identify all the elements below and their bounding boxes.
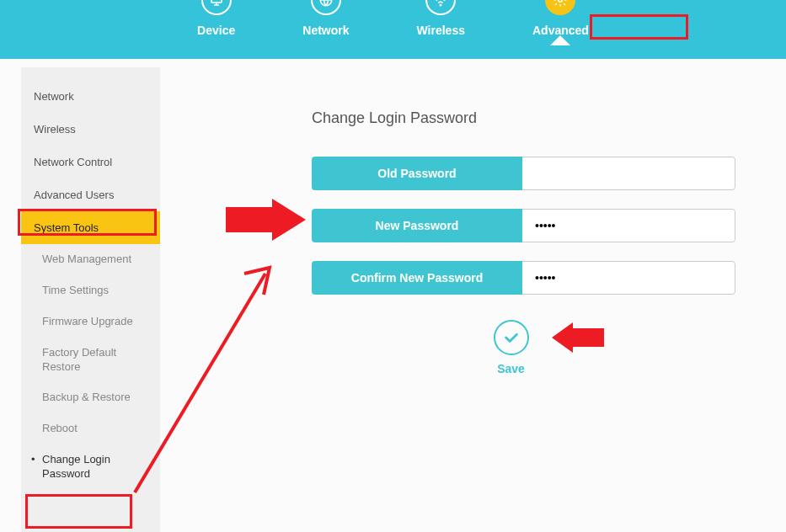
sidebar-sub-change-password[interactable]: Change Login Password	[21, 444, 160, 490]
save-button[interactable]: Save	[494, 320, 529, 375]
device-icon	[201, 0, 232, 15]
sidebar-item-network-control[interactable]: Network Control	[21, 146, 160, 178]
nav-device-label: Device	[197, 24, 235, 37]
sidebar-sub-reboot[interactable]: Reboot	[21, 413, 160, 444]
sidebar-sub-firmware-upgrade[interactable]: Firmware Upgrade	[21, 306, 160, 338]
sidebar-item-network[interactable]: Network	[21, 80, 160, 113]
nav-wireless[interactable]: Wireless	[417, 0, 465, 37]
sidebar-sub-time-settings[interactable]: Time Settings	[21, 275, 160, 306]
sidebar-item-wireless[interactable]: Wireless	[21, 113, 160, 146]
page-title: Change Login Password	[312, 109, 735, 127]
confirm-password-label: Confirm New Password	[312, 261, 522, 295]
old-password-input[interactable]	[522, 157, 735, 190]
sidebar-sub-web-management[interactable]: Web Management	[21, 244, 160, 275]
save-label: Save	[497, 362, 525, 375]
nav-network-label: Network	[302, 24, 349, 37]
nav-network[interactable]: Network	[302, 0, 349, 37]
sidebar: Network Wireless Network Control Advance…	[21, 67, 160, 532]
save-wrap: Save	[286, 320, 735, 375]
wireless-icon	[425, 0, 456, 15]
network-icon	[311, 0, 341, 15]
sidebar-item-system-tools[interactable]: System Tools	[21, 211, 160, 244]
nav-device[interactable]: Device	[197, 0, 235, 37]
main: Change Login Password Old Password New P…	[160, 67, 786, 532]
advanced-icon	[545, 0, 575, 15]
sidebar-item-advanced-users[interactable]: Advanced Users	[21, 178, 160, 211]
svg-point-6	[559, 0, 563, 2]
confirm-password-row: Confirm New Password	[312, 261, 735, 295]
old-password-label: Old Password	[312, 157, 522, 190]
svg-point-5	[440, 4, 441, 6]
sidebar-sub-backup-restore[interactable]: Backup & Restore	[21, 382, 160, 413]
nav-wireless-label: Wireless	[417, 24, 465, 37]
nav-active-arrow	[550, 35, 570, 45]
check-icon	[494, 320, 529, 355]
confirm-password-input[interactable]	[522, 261, 735, 295]
new-password-input[interactable]	[522, 209, 735, 242]
new-password-row: New Password	[312, 209, 735, 242]
old-password-row: Old Password	[312, 157, 735, 190]
top-nav: Device Network Wireless Advanced	[0, 0, 786, 59]
nav-advanced[interactable]: Advanced	[532, 0, 589, 37]
content-wrap: Network Wireless Network Control Advance…	[0, 59, 786, 532]
svg-rect-0	[211, 0, 222, 3]
sidebar-sub-factory-default[interactable]: Factory Default Restore	[21, 338, 160, 383]
new-password-label: New Password	[312, 209, 522, 242]
